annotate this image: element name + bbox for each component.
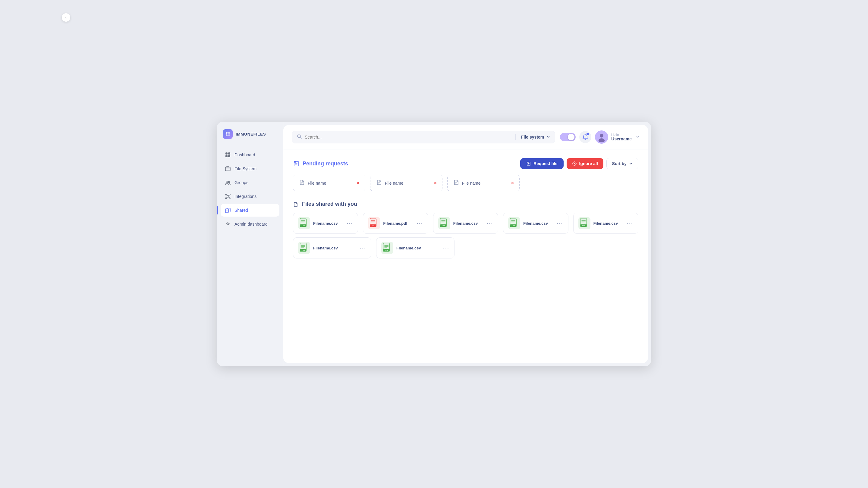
file-thumb-pdf: .PDF (368, 217, 380, 229)
file-card-2-left: .PDF Filename.pdf (368, 217, 407, 229)
file-menu-1[interactable]: ··· (347, 220, 353, 227)
file-thumb-csv-1: .CSV (298, 217, 310, 229)
file-menu-3[interactable]: ··· (487, 220, 493, 227)
user-menu[interactable]: Hello Username (595, 130, 640, 144)
pending-file-3[interactable]: File name × (447, 175, 520, 191)
ignore-all-button[interactable]: Ignore all (567, 158, 603, 169)
pending-file-1[interactable]: File name × (293, 175, 365, 191)
file-menu-5[interactable]: ··· (627, 220, 633, 227)
svg-rect-6 (225, 155, 227, 157)
svg-line-18 (227, 197, 227, 198)
file-menu-2[interactable]: ··· (417, 220, 423, 227)
svg-point-13 (229, 194, 230, 195)
files-row-2: .CSV Filename.csv ··· (293, 237, 638, 258)
file-card-3-left: .CSV Filename.csv (438, 217, 478, 229)
file-system-chevron-icon (547, 135, 550, 139)
file-thumb-csv-4: .CSV (508, 217, 520, 229)
file-name-2: Filename.pdf (383, 221, 407, 226)
svg-line-17 (228, 195, 229, 196)
svg-rect-4 (225, 153, 227, 155)
file-card-1[interactable]: .CSV Filename.csv ··· (293, 213, 358, 234)
file-name-6: Filename.csv (313, 246, 338, 250)
header: File system (283, 125, 648, 150)
avatar (595, 130, 608, 144)
svg-line-28 (574, 163, 575, 164)
request-file-button[interactable]: Request file (520, 158, 563, 169)
shared-label: Shared (235, 208, 248, 213)
file-name-1: Filename.csv (313, 221, 338, 226)
svg-point-2 (226, 134, 227, 136)
pending-file-3-icon (453, 179, 459, 187)
file-system-selector[interactable]: File system (521, 135, 550, 139)
pending-file-3-left: File name (453, 179, 480, 187)
file-name-4: Filename.csv (523, 221, 548, 226)
notification-button[interactable] (579, 131, 591, 143)
svg-text:.CSV: .CSV (385, 250, 389, 251)
sidebar-item-groups[interactable]: Groups (221, 176, 279, 189)
svg-point-25 (600, 134, 603, 138)
shared-icon (225, 207, 231, 213)
logo-text: IMMUNEFILES (236, 132, 266, 136)
svg-text:.CSV: .CSV (512, 225, 516, 227)
sidebar-item-file-system[interactable]: File System (221, 162, 279, 175)
file-card-6-left: .CSV Filename.csv (298, 242, 338, 254)
sort-by-button[interactable]: Sort by (607, 158, 638, 169)
pending-file-1-name: File name (308, 181, 326, 186)
file-menu-6[interactable]: ··· (360, 245, 366, 251)
sidebar-item-shared[interactable]: Shared (221, 204, 279, 217)
svg-point-15 (229, 198, 230, 199)
file-menu-4[interactable]: ··· (557, 220, 563, 227)
groups-icon (225, 180, 231, 186)
pending-file-2-close[interactable]: × (434, 181, 437, 186)
sidebar-item-admin-dashboard[interactable]: Admin dashboard (221, 218, 279, 230)
pending-file-2[interactable]: File name × (370, 175, 442, 191)
svg-line-16 (227, 195, 227, 196)
user-menu-chevron-icon (636, 135, 640, 139)
file-card-3[interactable]: .CSV Filename.csv ··· (433, 213, 498, 234)
sidebar: IMMUNEFILES Dashboard (217, 122, 283, 366)
pending-file-2-name: File name (385, 181, 403, 186)
integrations-label: Integrations (235, 194, 256, 199)
integrations-icon (225, 193, 231, 199)
svg-line-24 (300, 137, 301, 138)
toggle-dot (568, 134, 575, 140)
admin-dashboard-label: Admin dashboard (235, 222, 268, 227)
pending-file-3-name: File name (462, 181, 480, 186)
file-thumb-csv-5: .CSV (578, 217, 590, 229)
pending-requests-actions: Request file Ignore all Sort by (520, 158, 638, 169)
svg-text:.CSV: .CSV (302, 250, 305, 251)
pending-file-2-icon (376, 179, 382, 187)
shared-files-title: Files shared with you (293, 201, 638, 207)
svg-point-14 (225, 198, 227, 199)
file-card-2[interactable]: .PDF Filename.pdf ··· (363, 213, 428, 234)
svg-rect-5 (228, 153, 230, 155)
file-card-6[interactable]: .CSV Filename.csv ··· (293, 237, 371, 258)
file-name-5: Filename.csv (593, 221, 618, 226)
file-card-4[interactable]: .CSV Filename.csv ··· (503, 213, 568, 234)
search-bar: File system (292, 131, 555, 143)
hello-label: Hello (611, 133, 632, 136)
theme-toggle[interactable] (560, 133, 576, 141)
pending-requests-header: Pending requests Request file (293, 158, 638, 169)
pending-file-1-close[interactable]: × (357, 181, 360, 186)
svg-point-9 (226, 181, 228, 183)
admin-icon (225, 221, 231, 227)
file-name-7: Filename.csv (396, 246, 421, 250)
pending-file-1-icon (299, 179, 305, 187)
shared-files-title-text: Files shared with you (302, 201, 357, 207)
sort-by-label: Sort by (612, 161, 627, 166)
logo-icon (223, 129, 233, 139)
file-card-5[interactable]: .CSV Filename.csv ··· (573, 213, 638, 234)
sidebar-item-integrations[interactable]: Integrations (221, 190, 279, 203)
search-input[interactable] (305, 135, 510, 139)
groups-label: Groups (235, 180, 248, 185)
pending-files-list: File name × F (293, 175, 638, 191)
notification-badge (587, 133, 589, 135)
file-card-7[interactable]: .CSV Filename.csv ··· (376, 237, 455, 258)
files-row-1: .CSV Filename.csv ··· (293, 213, 638, 234)
username-label: Username (611, 136, 632, 141)
pending-file-3-close[interactable]: × (511, 181, 514, 186)
file-menu-7[interactable]: ··· (443, 245, 450, 251)
sidebar-item-dashboard[interactable]: Dashboard (221, 149, 279, 161)
svg-text:.CSV: .CSV (302, 225, 305, 227)
